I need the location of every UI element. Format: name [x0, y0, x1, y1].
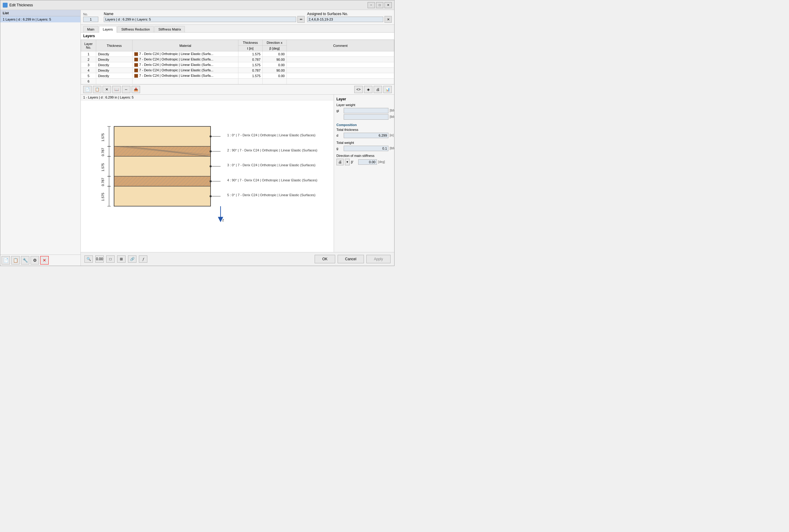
svg-text:0.787: 0.787: [101, 178, 105, 186]
name-row: ✏: [104, 16, 305, 23]
swap-button[interactable]: ↔: [122, 86, 130, 93]
name-edit-button[interactable]: ✏: [297, 16, 305, 23]
maximize-button[interactable]: □: [376, 2, 383, 8]
table-row[interactable]: 4 Directly 7 - Derix C24 | Orthotropic |…: [81, 68, 394, 73]
table-row[interactable]: 6: [81, 79, 394, 84]
gi-input2[interactable]: [344, 114, 388, 120]
minimize-button[interactable]: −: [368, 2, 375, 8]
list-header: List: [0, 10, 80, 16]
toolbar-left: 📄 📋 ✕ 📖 ↔ 📤: [83, 86, 140, 93]
col-comment: Comment: [287, 40, 394, 51]
table-row[interactable]: 3 Directly 7 - Derix C24 | Orthotropic |…: [81, 62, 394, 68]
d-unit: [in]: [390, 134, 394, 137]
cell-t: 1.575: [238, 62, 262, 68]
zero-button[interactable]: 0.00: [95, 255, 104, 263]
cell-beta: 90.00: [262, 68, 287, 73]
table-area: LayerNo. Thickness Material Thickness Di…: [81, 40, 394, 84]
name-input[interactable]: [104, 17, 296, 22]
diagram-svg: 1.575 0.787 1.575: [81, 100, 334, 252]
svg-rect-7: [114, 146, 210, 156]
copy-row-button[interactable]: 📋: [93, 86, 102, 93]
assigned-row: ✕: [307, 16, 392, 23]
cell-material: 7 - Derix C24 | Orthotropic | Linear Ela…: [132, 68, 238, 73]
view-code-button[interactable]: <>: [354, 86, 363, 93]
svg-rect-11: [114, 186, 210, 206]
link-button[interactable]: 🔗: [128, 255, 136, 263]
book-button[interactable]: 📖: [112, 86, 121, 93]
svg-text:4 :  90° | 7 - Derix C24 | Ort: 4 : 90° | 7 - Derix C24 | Orthotropic | …: [227, 178, 317, 182]
cell-comment: [287, 57, 394, 62]
window-title: Edit Thickness: [10, 3, 368, 7]
table-row[interactable]: 1 Directly 7 - Derix C24 | Orthotropic |…: [81, 51, 394, 57]
cell-beta: 0.00: [262, 62, 287, 68]
beta-row: 🖨 ▼ β' [deg]: [336, 159, 392, 165]
ok-button[interactable]: OK: [315, 255, 335, 263]
edit-button[interactable]: 🔧: [21, 256, 29, 265]
assigned-edit-button[interactable]: ✕: [385, 16, 392, 23]
delete-row-button[interactable]: ✕: [103, 86, 111, 93]
preview-diagram: 1.575 0.787 1.575: [81, 100, 334, 252]
tab-stiffness-matrix[interactable]: Stiffness Matrix: [154, 26, 185, 32]
search-button[interactable]: 🔍: [85, 255, 93, 263]
no-input[interactable]: [83, 17, 98, 22]
sidebar-item[interactable]: 1 Layers | d : 6.299 in | Layers: 5: [0, 16, 80, 22]
svg-text:1.575: 1.575: [101, 163, 105, 171]
g-label: g: [336, 147, 343, 150]
tab-layers[interactable]: Layers: [99, 26, 117, 33]
cell-beta: [262, 79, 287, 84]
no-label: No.: [83, 13, 102, 16]
cell-thickness: Directly: [96, 68, 132, 73]
svg-text:5 :   0° | 7 - Derix C24 | Ort: 5 : 0° | 7 - Derix C24 | Orthotropic | L…: [227, 193, 315, 197]
total-thickness-label: Total thickness: [336, 128, 392, 132]
bottom-left-tools: 🔍 0.00 □ ⊞ 🔗 𝑓: [85, 255, 147, 263]
cell-t: 0.787: [238, 57, 262, 62]
beta-dropdown-button[interactable]: ▼: [345, 159, 350, 165]
function-button[interactable]: 𝑓: [139, 255, 147, 263]
export-table-button[interactable]: 📤: [132, 86, 140, 93]
beta-input[interactable]: [358, 159, 377, 165]
layers-section: Layers LayerNo. Thickness Material Thick…: [81, 33, 394, 84]
table-row[interactable]: 2 Directly 7 - Derix C24 | Orthotropic |…: [81, 57, 394, 62]
export-button[interactable]: ⚙: [31, 256, 39, 265]
table-row[interactable]: 5 Directly 7 - Derix C24 | Orthotropic |…: [81, 73, 394, 79]
sidebar-tools: 📄 📋 🔧 ⚙ ✕: [0, 254, 80, 266]
tab-stiffness-reduction[interactable]: Stiffness Reduction: [117, 26, 154, 32]
window-icon: [3, 3, 7, 7]
cell-t: [238, 79, 262, 84]
add-row-button[interactable]: 📄: [83, 86, 92, 93]
cancel-button[interactable]: Cancel: [337, 255, 364, 263]
close-button[interactable]: ✕: [385, 2, 392, 8]
shape-button[interactable]: □: [106, 255, 115, 263]
main-panel: No. Name ✏ Assigned to Surfaces No. ✕: [81, 10, 394, 266]
copy-button[interactable]: 📋: [11, 256, 20, 265]
apply-button[interactable]: Apply: [366, 255, 390, 263]
grid-button[interactable]: ⊞: [117, 255, 126, 263]
preview-area: 1 - Layers | d : 6.299 in | Layers: 5: [81, 94, 394, 252]
window-controls: − □ ✕: [368, 2, 392, 8]
view-grid-button[interactable]: ◈: [364, 86, 372, 93]
gi-row1: gi [lbf/in³]: [336, 108, 392, 113]
delete-button[interactable]: ✕: [40, 256, 49, 265]
d-input[interactable]: [344, 133, 388, 138]
tab-main[interactable]: Main: [83, 26, 98, 32]
gi-label: gi: [336, 109, 343, 112]
print-button[interactable]: 🖨: [374, 86, 382, 93]
svg-text:1 :   0° | 7 - Derix C24 | Ort: 1 : 0° | 7 - Derix C24 | Orthotropic | L…: [227, 133, 315, 137]
print-beta-button[interactable]: 🖨: [336, 159, 344, 165]
cell-thickness: Directly: [96, 62, 132, 68]
col-t-in: t [in]: [238, 46, 262, 51]
svg-text:1.575: 1.575: [101, 133, 105, 141]
g-input[interactable]: [344, 146, 388, 151]
gi-unit1: [lbf/in³]: [390, 109, 394, 112]
sidebar: List 1 Layers | d : 6.299 in | Layers: 5…: [0, 10, 81, 266]
gi-input1[interactable]: [344, 108, 388, 113]
new-button[interactable]: 📄: [1, 256, 10, 265]
bottom-bar: 🔍 0.00 □ ⊞ 🔗 𝑓 OK Cancel Apply: [81, 252, 394, 266]
assigned-input[interactable]: [307, 17, 383, 22]
cell-material: 7 - Derix C24 | Orthotropic | Linear Ela…: [132, 51, 238, 57]
table-toolbar: 📄 📋 ✕ 📖 ↔ 📤 <> ◈ 🖨 📊: [81, 84, 394, 94]
direction-label: Direction of main stiffness: [336, 154, 392, 157]
cell-t: 0.787: [238, 68, 262, 73]
layers-title: Layers: [81, 33, 394, 40]
chart-button[interactable]: 📊: [383, 86, 392, 93]
